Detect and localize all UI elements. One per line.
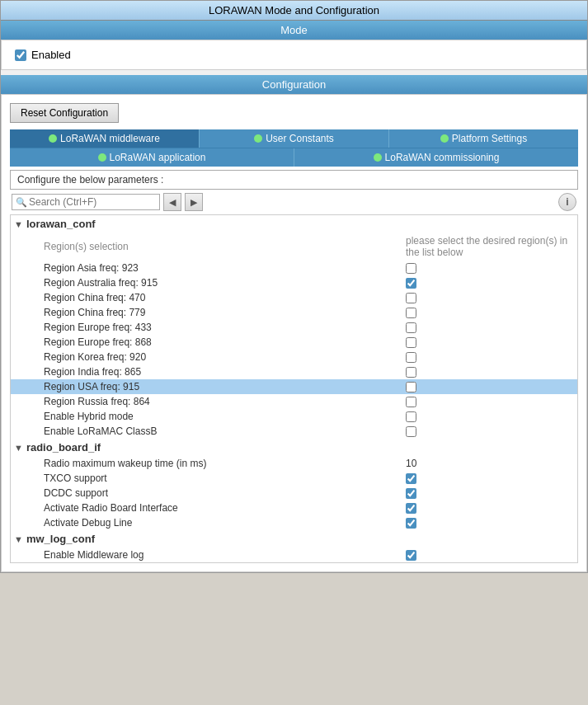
checkbox-activate-debug[interactable] [406, 518, 416, 529]
info-button[interactable]: i [558, 193, 576, 211]
enabled-checkbox[interactable] [15, 49, 26, 61]
checkbox-region-russia[interactable] [406, 397, 416, 407]
group-radio-board-if[interactable]: ▼ radio_board_if [11, 439, 577, 456]
checkbox-txco[interactable] [406, 473, 416, 484]
tree-row: Region Europe freq: 868 [11, 335, 577, 350]
tab-dot-commissioning [374, 153, 382, 162]
checkbox-enable-loramac[interactable] [406, 426, 416, 437]
checkbox-region-china-470[interactable] [406, 293, 416, 303]
reset-config-button[interactable]: Reset Configuration [10, 103, 119, 123]
tree-row: Region Europe freq: 433 [11, 320, 577, 335]
tree-row: Region India freq: 865 [11, 364, 577, 379]
group-label-radio-board: radio_board_if [26, 441, 101, 454]
search-input-wrap: 🔍 [12, 194, 160, 210]
tab-dot-platform-settings [440, 134, 449, 143]
checkbox-region-australia[interactable] [406, 278, 416, 289]
search-input[interactable] [29, 196, 156, 208]
tree-row: Region Australia freq: 915 [11, 275, 577, 290]
main-window: LORAWAN Mode and Configuration Mode Enab… [0, 0, 588, 573]
tree-row: Radio maximum wakeup time (in ms) 10 [11, 456, 577, 471]
tree-row: DCDC support [11, 486, 577, 501]
group-label-mw-log: mw_log_conf [26, 533, 95, 545]
tab-dot-application [98, 153, 106, 162]
tree-row: TXCO support [11, 471, 577, 486]
tabs-row2: LoRaWAN application LoRaWAN commissionin… [10, 148, 578, 167]
arrow-lorawan-conf: ▼ [14, 219, 23, 229]
arrow-radio-board: ▼ [14, 443, 23, 453]
search-next-button[interactable]: ▶ [185, 193, 203, 211]
checkbox-region-india[interactable] [406, 367, 416, 378]
checkbox-enable-hybrid[interactable] [406, 411, 416, 422]
tree-row: Region Korea freq: 920 [11, 350, 577, 364]
tree-row: Enable Hybrid mode [11, 409, 577, 424]
tree-row-highlighted: Region USA freq: 915 [11, 379, 577, 394]
arrow-mw-log: ▼ [14, 534, 23, 544]
checkbox-region-europe-868[interactable] [406, 337, 416, 348]
search-prev-button[interactable]: ◀ [163, 193, 181, 211]
tab-dot-user-constants [254, 134, 262, 143]
checkbox-enable-middleware-log[interactable] [406, 550, 416, 561]
tab-lorawan-application[interactable]: LoRaWAN application [10, 148, 294, 167]
checkbox-region-usa[interactable] [406, 382, 416, 392]
checkbox-activate-radio[interactable] [406, 503, 416, 514]
checkbox-region-korea[interactable] [406, 352, 416, 363]
checkbox-region-asia[interactable] [406, 263, 416, 274]
checkbox-dcdc[interactable] [406, 488, 416, 499]
tree-row: Region Russia freq: 864 [11, 394, 577, 409]
tab-lorawan-middleware[interactable]: LoRaWAN middleware [10, 129, 200, 148]
tab-lorawan-commissioning[interactable]: LoRaWAN commissioning [294, 148, 578, 167]
checkbox-region-europe-433[interactable] [406, 322, 416, 333]
config-header: Configuration [1, 75, 587, 94]
tab-platform-settings[interactable]: Platform Settings [389, 129, 578, 148]
tree-area: ▼ lorawan_conf Region(s) selection pleas… [10, 214, 578, 563]
mode-section: Enabled [1, 40, 587, 70]
tree-row: Enable Middleware log [11, 548, 577, 562]
group-label-lorawan-conf: lorawan_conf [26, 218, 96, 230]
tree-row: Enable LoRaMAC ClassB [11, 424, 577, 439]
config-content: Reset Configuration LoRaWAN middleware U… [1, 94, 587, 572]
mode-header: Mode [1, 21, 587, 40]
tree-row: Activate Radio Board Interface [11, 501, 577, 515]
enabled-row: Enabled [15, 49, 573, 61]
tab-dot-middleware [49, 134, 57, 143]
tab-user-constants[interactable]: User Constants [200, 129, 389, 148]
tree-row: Region Asia freq: 923 [11, 261, 577, 275]
tree-row: Region China freq: 779 [11, 305, 577, 320]
tabs-row1: LoRaWAN middleware User Constants Platfo… [10, 129, 578, 148]
checkbox-region-china-779[interactable] [406, 308, 416, 318]
group-mw-log-conf[interactable]: ▼ mw_log_conf [11, 530, 577, 548]
configure-label: Configure the below parameters : [10, 170, 578, 190]
window-title: LORAWAN Mode and Configuration [209, 4, 379, 16]
tree-row: Activate Debug Line [11, 515, 577, 530]
region-header-row: Region(s) selection please select the de… [11, 233, 577, 261]
group-lorawan-conf[interactable]: ▼ lorawan_conf [11, 215, 577, 233]
title-bar: LORAWAN Mode and Configuration [1, 1, 587, 21]
search-icon: 🔍 [16, 197, 27, 208]
search-bar: 🔍 ◀ ▶ i [10, 190, 578, 214]
enabled-label: Enabled [31, 49, 71, 61]
tree-row: Region China freq: 470 [11, 290, 577, 305]
